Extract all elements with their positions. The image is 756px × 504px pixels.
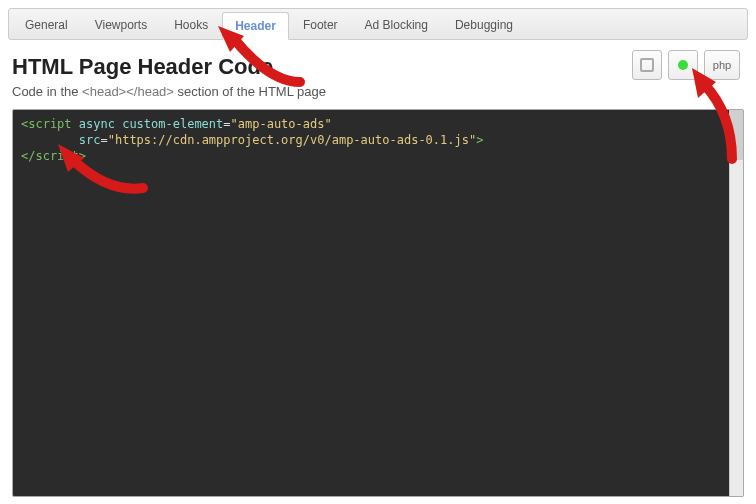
code-attr: src (79, 133, 101, 147)
code-value: "amp-auto-ads" (231, 117, 332, 131)
layout-button[interactable] (632, 50, 662, 80)
status-dot-icon (678, 60, 688, 70)
code-content: <script async custom-element="amp-auto-a… (13, 110, 743, 170)
subtitle-post: section of the HTML page (174, 84, 326, 99)
editor-scrollbar[interactable] (729, 110, 743, 496)
status-button[interactable] (668, 50, 698, 80)
page-subtitle: Code in the <head></head> section of the… (12, 84, 744, 99)
toolbar-buttons: php (632, 50, 740, 80)
scrollbar-thumb[interactable] (730, 110, 743, 160)
subtitle-pre: Code in the (12, 84, 82, 99)
tab-footer[interactable]: Footer (290, 11, 351, 39)
code-indent (21, 133, 79, 147)
tab-ad-blocking[interactable]: Ad Blocking (352, 11, 441, 39)
code-tag-open: <script (21, 117, 72, 131)
tab-hooks[interactable]: Hooks (161, 11, 221, 39)
code-attr: async custom-element (72, 117, 224, 131)
tab-bar: General Viewports Hooks Header Footer Ad… (8, 8, 748, 40)
code-eq: = (223, 117, 230, 131)
subtitle-tag: <head></head> (82, 84, 174, 99)
php-toggle-button[interactable]: php (704, 50, 740, 80)
tab-general[interactable]: General (12, 11, 81, 39)
tab-header[interactable]: Header (222, 12, 289, 40)
code-tag-close: </script> (21, 149, 86, 163)
code-eq: = (100, 133, 107, 147)
rectangle-icon (640, 58, 654, 72)
code-value: "https://cdn.ampproject.org/v0/amp-auto-… (108, 133, 476, 147)
tab-viewports[interactable]: Viewports (82, 11, 160, 39)
tab-debugging[interactable]: Debugging (442, 11, 526, 39)
code-close: > (476, 133, 483, 147)
section-header: HTML Page Header Code Code in the <head>… (12, 54, 744, 99)
code-editor[interactable]: <script async custom-element="amp-auto-a… (12, 109, 744, 497)
